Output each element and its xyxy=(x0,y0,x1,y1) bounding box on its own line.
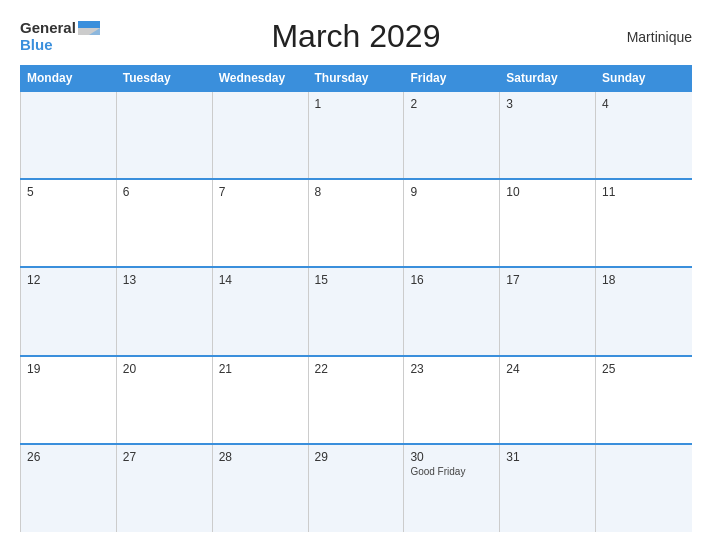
day-number: 22 xyxy=(315,362,398,376)
calendar-cell xyxy=(596,444,692,532)
day-number: 20 xyxy=(123,362,206,376)
calendar-week-row: 12131415161718 xyxy=(21,267,692,355)
day-number: 16 xyxy=(410,273,493,287)
weekday-header-saturday: Saturday xyxy=(500,66,596,92)
calendar-cell: 31 xyxy=(500,444,596,532)
day-number: 21 xyxy=(219,362,302,376)
weekday-header-row: MondayTuesdayWednesdayThursdayFridaySatu… xyxy=(21,66,692,92)
calendar-cell: 6 xyxy=(116,179,212,267)
day-number: 23 xyxy=(410,362,493,376)
day-number: 15 xyxy=(315,273,398,287)
calendar-cell: 22 xyxy=(308,356,404,444)
calendar-cell: 30Good Friday xyxy=(404,444,500,532)
calendar-cell: 9 xyxy=(404,179,500,267)
calendar-cell xyxy=(21,91,117,179)
page-header: General Blue March 2029 Martinique xyxy=(20,18,692,55)
calendar-table: MondayTuesdayWednesdayThursdayFridaySatu… xyxy=(20,65,692,532)
day-number: 12 xyxy=(27,273,110,287)
calendar-cell: 29 xyxy=(308,444,404,532)
calendar-cell: 27 xyxy=(116,444,212,532)
weekday-header-tuesday: Tuesday xyxy=(116,66,212,92)
day-number: 28 xyxy=(219,450,302,464)
logo: General Blue xyxy=(20,20,100,53)
calendar-event: Good Friday xyxy=(410,466,493,477)
calendar-week-row: 19202122232425 xyxy=(21,356,692,444)
day-number: 6 xyxy=(123,185,206,199)
calendar-cell: 10 xyxy=(500,179,596,267)
weekday-header-wednesday: Wednesday xyxy=(212,66,308,92)
day-number: 25 xyxy=(602,362,685,376)
day-number: 9 xyxy=(410,185,493,199)
region-label: Martinique xyxy=(612,29,692,45)
day-number: 27 xyxy=(123,450,206,464)
calendar-cell: 4 xyxy=(596,91,692,179)
calendar-cell: 5 xyxy=(21,179,117,267)
calendar-cell xyxy=(212,91,308,179)
calendar-week-row: 1234 xyxy=(21,91,692,179)
day-number: 1 xyxy=(315,97,398,111)
calendar-cell: 20 xyxy=(116,356,212,444)
logo-general-text: General xyxy=(20,20,76,37)
day-number: 19 xyxy=(27,362,110,376)
day-number: 7 xyxy=(219,185,302,199)
calendar-cell: 7 xyxy=(212,179,308,267)
day-number: 11 xyxy=(602,185,685,199)
day-number: 8 xyxy=(315,185,398,199)
calendar-cell: 11 xyxy=(596,179,692,267)
weekday-header-monday: Monday xyxy=(21,66,117,92)
month-title: March 2029 xyxy=(100,18,612,55)
calendar-cell: 18 xyxy=(596,267,692,355)
calendar-cell: 21 xyxy=(212,356,308,444)
day-number: 2 xyxy=(410,97,493,111)
day-number: 14 xyxy=(219,273,302,287)
calendar-body: 1234567891011121314151617181920212223242… xyxy=(21,91,692,532)
weekday-header-sunday: Sunday xyxy=(596,66,692,92)
calendar-cell: 2 xyxy=(404,91,500,179)
calendar-cell: 8 xyxy=(308,179,404,267)
calendar-cell: 13 xyxy=(116,267,212,355)
day-number: 31 xyxy=(506,450,589,464)
day-number: 3 xyxy=(506,97,589,111)
day-number: 24 xyxy=(506,362,589,376)
calendar-cell: 19 xyxy=(21,356,117,444)
day-number: 26 xyxy=(27,450,110,464)
day-number: 13 xyxy=(123,273,206,287)
calendar-week-row: 567891011 xyxy=(21,179,692,267)
calendar-header: MondayTuesdayWednesdayThursdayFridaySatu… xyxy=(21,66,692,92)
day-number: 29 xyxy=(315,450,398,464)
logo-blue-text: Blue xyxy=(20,37,53,54)
calendar-cell: 25 xyxy=(596,356,692,444)
day-number: 10 xyxy=(506,185,589,199)
weekday-header-friday: Friday xyxy=(404,66,500,92)
day-number: 5 xyxy=(27,185,110,199)
day-number: 18 xyxy=(602,273,685,287)
calendar-cell: 1 xyxy=(308,91,404,179)
day-number: 30 xyxy=(410,450,493,464)
calendar-cell: 16 xyxy=(404,267,500,355)
calendar-cell: 23 xyxy=(404,356,500,444)
calendar-cell xyxy=(116,91,212,179)
calendar-cell: 28 xyxy=(212,444,308,532)
calendar-cell: 15 xyxy=(308,267,404,355)
calendar-cell: 26 xyxy=(21,444,117,532)
calendar-cell: 3 xyxy=(500,91,596,179)
day-number: 4 xyxy=(602,97,685,111)
calendar-cell: 12 xyxy=(21,267,117,355)
weekday-header-thursday: Thursday xyxy=(308,66,404,92)
calendar-cell: 14 xyxy=(212,267,308,355)
calendar-week-row: 2627282930Good Friday31 xyxy=(21,444,692,532)
day-number: 17 xyxy=(506,273,589,287)
calendar-cell: 17 xyxy=(500,267,596,355)
calendar-cell: 24 xyxy=(500,356,596,444)
logo-flag-icon xyxy=(78,21,100,35)
